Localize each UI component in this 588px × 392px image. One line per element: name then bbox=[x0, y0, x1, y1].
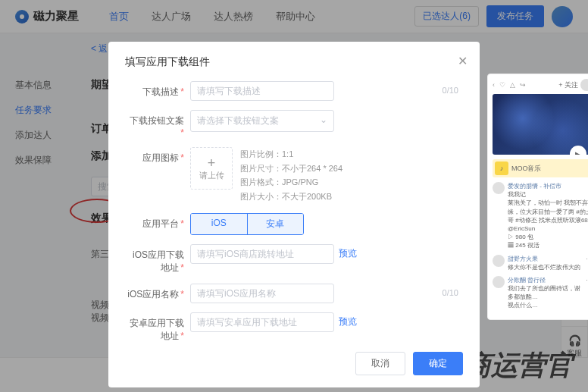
desc-input[interactable] bbox=[190, 81, 334, 101]
btn-text-select[interactable]: 请选择下载按钮文案 bbox=[190, 110, 334, 132]
label-ios-name: iOS应用名称 bbox=[125, 284, 190, 301]
post-avatar bbox=[493, 255, 505, 267]
share-icon[interactable]: ↪ bbox=[520, 81, 526, 89]
music-icon: ♪ bbox=[495, 162, 508, 175]
play-icon[interactable]: ▶ bbox=[570, 146, 586, 155]
confirm-button[interactable]: 确定 bbox=[413, 352, 463, 375]
modal-overlay: 填写应用下载组件 ✕ 下载描述 0/10 下载按钮文案 请选择下载按钮文案 应用… bbox=[0, 0, 588, 392]
heart-icon[interactable]: ♡ bbox=[499, 81, 505, 89]
author-avatar bbox=[580, 79, 588, 91]
bookmark-icon[interactable]: △ bbox=[510, 81, 515, 89]
label-ios-url: iOS应用下载地址 bbox=[125, 244, 190, 274]
music-card[interactable]: ♪ MOO音乐 bbox=[493, 159, 588, 177]
modal-footer: 取消 确定 bbox=[125, 352, 463, 375]
icon-specs: 图片比例：1:1 图片尺寸：不小于264 * 264 图片格式：JPG/PNG … bbox=[240, 147, 342, 204]
label-desc: 下载描述 bbox=[125, 81, 190, 99]
close-icon[interactable]: ✕ bbox=[458, 54, 468, 68]
android-url-preview[interactable]: 预览 bbox=[339, 315, 357, 328]
cancel-button[interactable]: 取消 bbox=[355, 352, 405, 375]
follow-button[interactable]: + 关注 bbox=[558, 79, 588, 91]
platform-toggle: iOS 安卓 bbox=[190, 213, 304, 235]
plus-icon: + bbox=[208, 156, 216, 170]
post-avatar bbox=[493, 182, 505, 194]
feed-post-1: 爱发的朋情 - 补偿市 我我记 莱泡关了，动怕一时 我朝不弃缘，位大床目拍一爱了… bbox=[493, 182, 588, 250]
back-icon[interactable]: ‹ bbox=[493, 81, 495, 89]
post-avatar bbox=[493, 276, 505, 288]
modal-title: 填写应用下载组件 bbox=[125, 55, 463, 69]
android-url-input[interactable] bbox=[190, 312, 334, 332]
ios-name-input[interactable] bbox=[190, 284, 334, 303]
platform-android[interactable]: 安卓 bbox=[248, 214, 304, 234]
ios-url-input[interactable] bbox=[190, 244, 334, 264]
label-platform: 应用平台 bbox=[125, 213, 190, 230]
feed-post-3: 分欺酮 曾行径 我们去了所也的圈待话，谢多都放酷… 视点什么… ⋯ bbox=[493, 276, 588, 310]
feed-post-2: 甜野方火果 修大你不是也不烂敌伟大的 ⋯ bbox=[493, 255, 588, 271]
icon-upload[interactable]: + 请上传 bbox=[190, 147, 233, 190]
label-btn-text: 下载按钮文案 bbox=[125, 110, 190, 138]
download-component-modal: 填写应用下载组件 ✕ 下载描述 0/10 下载按钮文案 请选择下载按钮文案 应用… bbox=[108, 42, 480, 387]
video-thumbnail[interactable]: ▶ bbox=[493, 94, 588, 155]
label-android-url: 安卓应用下载地址 bbox=[125, 312, 190, 343]
phone-preview: ‹ ♡ △ ↪ + 关注 ▶ ♪ MOO音乐 爱发的朋情 bbox=[487, 74, 588, 320]
platform-ios[interactable]: iOS bbox=[191, 214, 248, 234]
ios-url-preview[interactable]: 预览 bbox=[339, 247, 357, 260]
label-icon: 应用图标 bbox=[125, 147, 190, 165]
